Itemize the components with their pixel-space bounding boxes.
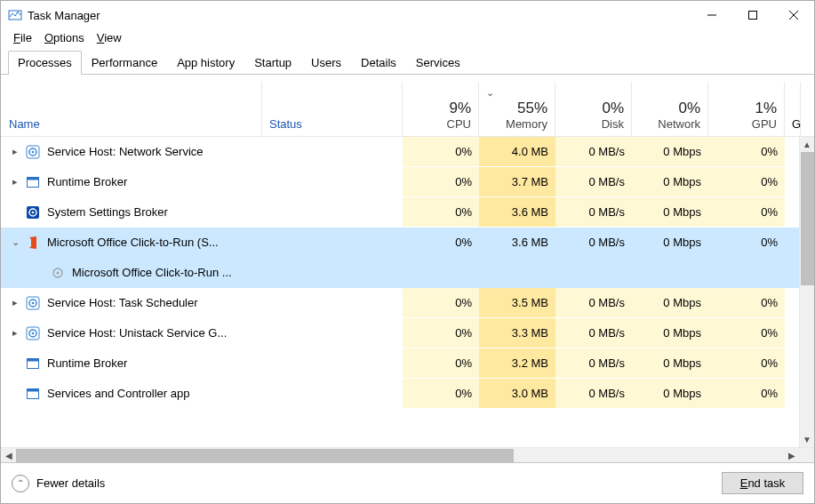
column-disk[interactable]: 0% Disk [555,82,632,136]
tab-app-history[interactable]: App history [167,51,244,75]
minimize-button[interactable] [691,1,732,29]
cell-disk: 0 MB/s [555,348,632,378]
maximize-button[interactable] [732,1,773,29]
expand-toggle[interactable]: ▸ [8,327,22,339]
table-row[interactable]: ▸Service Host: Unistack Service G...0%3.… [1,318,814,348]
process-name: Runtime Broker [47,356,127,370]
menu-file[interactable]: File [8,29,37,46]
cell-gpu: 0% [708,288,785,317]
column-network[interactable]: 0% Network [632,82,708,136]
expand-toggle[interactable]: ▸ [8,297,22,308]
titlebar: Task Manager [1,1,814,29]
scroll-down-icon[interactable]: ▼ [800,432,814,447]
chevron-up-icon: ⌃ [12,475,29,492]
svg-point-20 [32,332,35,334]
cell-name: ▸Runtime Broker [1,167,262,196]
menubar: File Options View [1,29,814,48]
cell-cpu: 0% [403,228,479,257]
expand-toggle[interactable]: ▸ [8,176,22,188]
expand-toggle[interactable]: ▸ [8,146,22,157]
cell-net: 0 Mbps [632,379,708,408]
svg-point-7 [32,150,35,153]
cell-net: 0 Mbps [632,167,708,196]
cell-gpu: 0% [708,318,785,348]
cell-name: ▸Service Host: Task Scheduler [1,288,262,317]
cell-disk: 0 MB/s [555,318,632,348]
menu-view[interactable]: View [92,29,127,46]
horizontal-scrollbar[interactable]: ◀ ▶ [1,447,814,462]
tab-users[interactable]: Users [301,51,351,75]
column-memory[interactable]: ⌄ 55% Memory [479,82,555,136]
cell-cpu: 0% [403,288,479,317]
tab-processes[interactable]: Processes [8,51,82,75]
cell-mem: 3.0 MB [479,379,555,408]
scroll-up-icon[interactable]: ▲ [800,137,814,152]
end-task-button[interactable]: End task [722,472,803,494]
network-usage-total: 0% [678,100,700,117]
fewer-details-toggle[interactable]: ⌃ Fewer details [12,475,105,492]
cell-gpu: 0% [708,348,785,378]
menu-options[interactable]: Options [39,29,90,46]
svg-point-17 [32,301,35,304]
scroll-left-icon[interactable]: ◀ [1,448,16,462]
cell-net: 0 Mbps [632,228,708,257]
tab-startup[interactable]: Startup [244,51,301,75]
table-row[interactable]: ▸Service Host: Task Scheduler0%3.5 MB0 M… [1,288,814,318]
table-row[interactable]: Services and Controller app0%3.0 MB0 MB/… [1,379,814,409]
window-icon [26,356,40,371]
cell-disk [555,258,632,287]
tab-details[interactable]: Details [351,51,406,75]
cell-disk: 0 MB/s [555,197,632,227]
gear-light-icon [51,266,65,280]
hscroll-thumb[interactable] [16,449,514,462]
cell-gpu [708,258,785,287]
table-row[interactable]: Microsoft Office Click-to-Run ... [1,258,814,288]
column-status[interactable]: Status [262,82,403,136]
svg-rect-2 [749,12,757,20]
process-name: Service Host: Unistack Service G... [47,326,227,340]
column-cpu[interactable]: 9% CPU [403,82,479,136]
process-name: Services and Controller app [47,387,189,400]
column-name[interactable]: Name [1,82,262,136]
close-button[interactable] [773,1,814,29]
expand-toggle[interactable]: ⌄ [8,236,22,248]
table-row[interactable]: System Settings Broker0%3.6 MB0 MB/s0 Mb… [1,197,814,228]
table-row[interactable]: ▸Service Host: Network Service0%4.0 MB0 … [1,137,814,167]
column-gpu[interactable]: 1% GPU [708,82,785,136]
table-row[interactable]: ⌄Microsoft Office Click-to-Run (S...0%3.… [1,228,814,258]
process-name: Microsoft Office Click-to-Run (S... [47,236,219,249]
chevron-down-icon: ⌄ [486,87,494,99]
cell-name: ▸Service Host: Unistack Service G... [1,318,262,348]
cell-cpu: 0% [403,379,479,408]
table-row[interactable]: Runtime Broker0%3.2 MB0 MB/s0 Mbps0% [1,348,814,379]
cell-name: Runtime Broker [1,348,262,378]
process-name: Runtime Broker [47,175,127,188]
scroll-thumb[interactable] [801,152,814,285]
cell-status [262,258,403,287]
cell-gpu: 0% [708,167,785,196]
tabstrip: ProcessesPerformanceApp historyStartupUs… [1,48,814,75]
cell-disk: 0 MB/s [555,228,632,257]
column-gpu-engine[interactable]: G [785,82,801,136]
cell-mem: 3.3 MB [479,318,555,348]
cell-status [262,288,403,317]
vertical-scrollbar[interactable]: ▲ ▼ [799,137,814,447]
cell-mem: 3.7 MB [479,167,555,196]
window-controls [691,1,814,29]
table-row[interactable]: ▸Runtime Broker0%3.7 MB0 MB/s0 Mbps0% [1,167,814,197]
cell-name: Services and Controller app [1,379,262,408]
cell-cpu [403,258,479,287]
gear-filled-icon [26,205,40,220]
bottom-bar: ⌃ Fewer details End task [1,462,814,503]
cell-mem: 3.6 MB [479,197,555,227]
process-name: Service Host: Network Service [47,145,204,158]
scroll-right-icon[interactable]: ▶ [784,448,799,462]
tab-services[interactable]: Services [406,51,470,75]
cell-status [262,228,403,257]
cell-mem: 3.2 MB [479,348,555,378]
tab-performance[interactable]: Performance [82,51,167,75]
cpu-usage-total: 9% [449,100,471,117]
gear-blue-icon [26,326,40,340]
cell-gpu: 0% [708,137,785,166]
cell-name: ▸Service Host: Network Service [1,137,262,166]
